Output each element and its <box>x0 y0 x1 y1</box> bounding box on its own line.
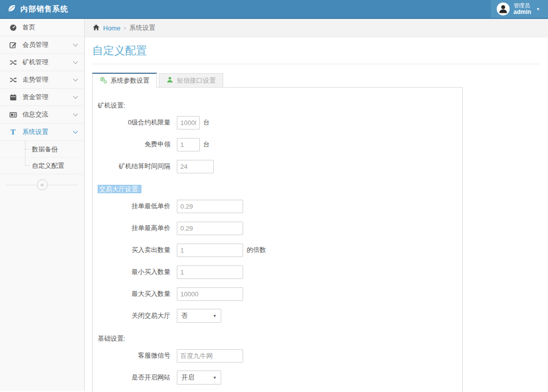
font-icon: T <box>8 129 18 135</box>
form-row: 关闭交易大厅 否 ▼ <box>97 305 462 327</box>
sidebar-item-miners[interactable]: 矿机管理 <box>0 54 84 71</box>
field-label: 挂单最低单价 <box>97 202 170 211</box>
selected-option: 否 <box>181 311 188 320</box>
person-icon <box>166 76 173 85</box>
chevron-down-icon: ▼ <box>213 314 217 318</box>
chevron-down-icon: ▼ <box>536 7 540 11</box>
submenu-item-data-backup[interactable]: 数据备份 <box>0 141 84 157</box>
sidebar-item-label: 信息交流 <box>22 110 74 119</box>
form-row: 挂单最低单价 <box>97 195 462 217</box>
field-label: 最大买入数量 <box>97 289 170 298</box>
form-row: 0级合约机限量 台 <box>97 112 462 133</box>
site-enable-select[interactable]: 开启 ▼ <box>177 371 221 385</box>
breadcrumb-home-link[interactable]: Home <box>103 24 121 32</box>
sidebar-item-label: 会员管理 <box>22 40 74 49</box>
selected-option: 开启 <box>181 373 194 382</box>
field-label: 关闭交易大厅 <box>97 311 170 320</box>
chevron-down-icon <box>73 111 78 116</box>
sidebar-item-label: 首页 <box>22 23 77 32</box>
sidebar-item-label: 系统设置 <box>22 128 74 136</box>
chevron-down-icon <box>73 94 78 99</box>
contract-miner-limit-input[interactable] <box>177 116 200 130</box>
sidebar-collapse-button[interactable]: « <box>37 179 48 190</box>
trade-multiple-input[interactable] <box>177 244 243 257</box>
system-settings-submenu: 数据备份 自定义配置 <box>0 141 84 174</box>
field-suffix: 的倍数 <box>247 246 266 255</box>
user-meta: 管理员 admin <box>514 2 531 15</box>
field-label: 客服微信号 <box>97 351 170 360</box>
form-row: 是否开启网站 开启 ▼ <box>97 367 462 389</box>
breadcrumb-current: 系统设置 <box>130 23 155 32</box>
section-title-basic: 基础设置: <box>97 333 462 345</box>
section-title-miner: 矿机设置: <box>97 100 462 112</box>
edit-icon <box>8 41 18 49</box>
sidebar-item-messages[interactable]: 信息交流 <box>0 106 84 124</box>
max-buy-input[interactable] <box>177 287 243 301</box>
settings-panel: 矿机设置: 0级合约机限量 台 免费申领 台 矿机结算时间间隔 <box>92 87 463 392</box>
divider <box>48 185 79 185</box>
app-brand: 内部销售系统 <box>0 3 68 14</box>
divider <box>92 64 541 64</box>
user-name: admin <box>514 9 531 15</box>
tab-label: 系统参数设置 <box>111 76 149 85</box>
newspaper-icon <box>8 111 18 119</box>
page-head: 自定义配置 <box>85 37 548 57</box>
field-label: 0级合约机限量 <box>97 118 170 127</box>
section-title-trade-hall: 交易大厅设置: <box>97 183 462 195</box>
tab-bar: 系统参数设置 短信接口设置 <box>92 73 548 88</box>
form-row: 最大买入数量 <box>97 283 462 305</box>
sidebar-item-funds[interactable]: 资金管理 <box>0 89 84 106</box>
main-content: Home › 系统设置 自定义配置 系统参数设置 短信接口设置 矿机设 <box>85 19 548 391</box>
dashboard-icon <box>8 24 18 31</box>
breadcrumb-separator: › <box>124 24 126 31</box>
chevron-down-icon <box>73 59 78 64</box>
sidebar-item-trends[interactable]: 走势管理 <box>0 71 84 89</box>
tab-system-params[interactable]: 系统参数设置 <box>92 73 157 88</box>
gears-icon <box>100 76 107 85</box>
leaf-logo-icon <box>7 3 16 14</box>
sidebar-item-label: 矿机管理 <box>22 58 74 67</box>
form-row: 免费申领 台 <box>97 133 462 155</box>
calendar-icon <box>8 94 18 101</box>
form-row: 买入卖出数量 的倍数 <box>97 239 462 261</box>
form-row: 客服微信号 <box>97 345 462 367</box>
service-wechat-input[interactable] <box>177 349 243 363</box>
page-title: 自定义配置 <box>92 44 541 57</box>
max-order-price-input[interactable] <box>177 222 243 235</box>
divider <box>6 185 37 185</box>
sidebar-item-members[interactable]: 会员管理 <box>0 36 84 54</box>
min-order-price-input[interactable] <box>177 200 243 213</box>
field-suffix: 台 <box>203 140 210 149</box>
tab-sms-interface[interactable]: 短信接口设置 <box>159 73 223 88</box>
field-label: 矿机结算时间间隔 <box>97 162 170 171</box>
sidebar-item-home[interactable]: 首页 <box>0 19 84 36</box>
user-menu[interactable]: 管理员 admin ▼ <box>491 0 548 18</box>
settle-interval-input[interactable] <box>177 160 214 173</box>
form-row: 最小买入数量 <box>97 261 462 283</box>
chevron-down-icon <box>73 76 78 81</box>
form-row: 矿机结算时间间隔 <box>97 155 462 177</box>
min-buy-input[interactable] <box>177 265 243 279</box>
sidebar-item-label: 资金管理 <box>22 93 74 102</box>
form-row: 挂单最高单价 <box>97 217 462 239</box>
field-label: 买入卖出数量 <box>97 246 170 255</box>
app-title: 内部销售系统 <box>20 4 68 14</box>
form-row: 网站关闭提示语 <box>97 389 462 392</box>
close-trade-hall-select[interactable]: 否 ▼ <box>177 309 221 323</box>
submenu-item-custom-config[interactable]: 自定义配置 <box>0 157 84 174</box>
chevron-down-icon <box>73 41 78 46</box>
avatar <box>497 2 510 15</box>
field-label: 挂单最高单价 <box>97 224 170 233</box>
home-icon <box>93 24 100 32</box>
sidebar-item-system-settings[interactable]: T 系统设置 <box>0 124 84 141</box>
sidebar-item-label: 走势管理 <box>22 75 74 84</box>
field-suffix: 台 <box>203 118 210 127</box>
chevron-down-icon: ▼ <box>213 376 217 380</box>
breadcrumb: Home › 系统设置 <box>85 19 548 37</box>
field-label: 免费申领 <box>97 140 170 149</box>
sidebar: 首页 会员管理 矿机管理 走势管理 资金管理 <box>0 19 85 391</box>
field-label: 是否开启网站 <box>97 373 170 382</box>
top-header: 内部销售系统 管理员 admin ▼ <box>0 0 548 19</box>
field-label: 最小买入数量 <box>97 267 170 276</box>
free-claim-input[interactable] <box>177 138 200 151</box>
